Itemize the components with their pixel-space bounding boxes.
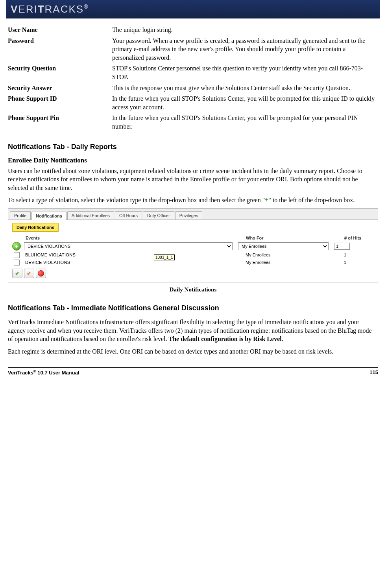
list-row: DEVICE VIOLATIONS My Enrollees 1 1003_1_… bbox=[12, 260, 374, 265]
def-term: Security Answer bbox=[8, 84, 112, 92]
def-row: User Name The unique login string. bbox=[8, 26, 378, 34]
footer-page-number: 115 bbox=[369, 369, 378, 376]
delete-icon bbox=[38, 270, 44, 276]
row-who: My Enrollees bbox=[246, 260, 344, 265]
check-all-button[interactable]: ✔ bbox=[12, 269, 22, 278]
def-row: Security Question STOP's Solutions Cente… bbox=[8, 64, 378, 81]
footer-left: VeriTracks® 10.7 User Manual bbox=[8, 369, 79, 376]
def-desc: Your password. When a new profile is cre… bbox=[112, 37, 378, 62]
tab-row: Profile Notifications Additional Enrolle… bbox=[8, 209, 378, 219]
def-row: Password Your password. When a new profi… bbox=[8, 37, 378, 62]
definitions-table: User Name The unique login string. Passw… bbox=[8, 26, 378, 131]
checkbox[interactable] bbox=[14, 260, 20, 265]
row-event: DEVICE VIOLATIONS bbox=[25, 260, 246, 265]
plus-symbol: + bbox=[265, 197, 268, 203]
def-desc: In the future when you call STOP's Solut… bbox=[112, 94, 378, 111]
add-row: + DEVICE VIOLATIONS My Enrollees bbox=[12, 242, 374, 251]
col-who: Who For bbox=[246, 236, 344, 240]
def-term: User Name bbox=[8, 26, 112, 34]
text-bold: The default configuration is by Risk Lev… bbox=[169, 335, 282, 342]
tab-privileges[interactable]: Privileges bbox=[175, 211, 203, 219]
def-term: Security Question bbox=[8, 64, 112, 81]
def-term: Password bbox=[8, 37, 112, 62]
text: To select a type of violation, select th… bbox=[8, 197, 265, 203]
subheading-enrollee-daily: Enrollee Daily Notifications bbox=[8, 157, 378, 164]
figure-caption: Daily Notifications bbox=[8, 286, 378, 293]
def-row: Phone Support Pin In the future when you… bbox=[8, 114, 378, 131]
delete-button[interactable] bbox=[36, 269, 46, 278]
text: " to the left of the drop-down box. bbox=[268, 197, 355, 203]
tab-off-hours[interactable]: Off Hours bbox=[115, 211, 142, 219]
def-desc: The unique login string. bbox=[112, 26, 378, 34]
col-events: Events bbox=[26, 236, 246, 240]
hits-input[interactable] bbox=[334, 243, 350, 250]
paragraph: Users can be notified about zone violati… bbox=[8, 167, 378, 192]
def-term: Phone Support Pin bbox=[8, 114, 112, 131]
def-term: Phone Support ID bbox=[8, 94, 112, 111]
tab-duty-officer[interactable]: Duty Officer bbox=[143, 211, 174, 219]
check-icon: ✔ bbox=[27, 270, 31, 276]
page-header: VERITRACKS® bbox=[6, 0, 380, 18]
logo: VERITRACKS® bbox=[11, 3, 89, 15]
row-who: My Enrollees bbox=[246, 253, 344, 257]
row-event: BLUHOME VIOLATIONS bbox=[25, 253, 246, 257]
who-for-dropdown[interactable]: My Enrollees bbox=[238, 242, 329, 250]
uncheck-all-button[interactable]: ✔ bbox=[24, 269, 34, 278]
def-row: Phone Support ID In the future when you … bbox=[8, 94, 378, 111]
add-icon[interactable]: + bbox=[12, 242, 21, 251]
text: . bbox=[282, 335, 283, 342]
notifications-screenshot: Profile Notifications Additional Enrolle… bbox=[8, 208, 378, 282]
list-row: BLUHOME VIOLATIONS My Enrollees 1 bbox=[12, 252, 374, 258]
checkbox[interactable] bbox=[14, 252, 20, 258]
row-hits: 1 bbox=[344, 253, 346, 257]
events-dropdown[interactable]: DEVICE VIOLATIONS bbox=[24, 242, 233, 250]
def-desc: This is the response you must give when … bbox=[112, 84, 378, 92]
tooltip: 1003_1_1 bbox=[154, 254, 175, 260]
check-icon: ✔ bbox=[15, 270, 20, 276]
section-heading-daily-reports: Notifications Tab - Daily Reports bbox=[8, 143, 378, 151]
def-desc: STOP's Solutions Center personnel use th… bbox=[112, 64, 378, 81]
action-buttons: ✔ ✔ bbox=[12, 269, 374, 278]
section-heading-immediate: Notifications Tab - Immediate Notificati… bbox=[8, 304, 378, 312]
paragraph: To select a type of violation, select th… bbox=[8, 196, 378, 205]
daily-notifications-subtab[interactable]: Daily Notifications bbox=[12, 223, 59, 232]
paragraph: VeriTracks Immediate Notifications infra… bbox=[8, 318, 378, 343]
row-hits: 1 bbox=[344, 260, 346, 265]
col-hits: # of Hits bbox=[344, 236, 361, 240]
def-desc: In the future when you call STOP's Solut… bbox=[112, 114, 378, 131]
def-row: Security Answer This is the response you… bbox=[8, 84, 378, 92]
column-headers: Events Who For # of Hits bbox=[26, 236, 374, 240]
tab-notifications[interactable]: Notifications bbox=[31, 212, 66, 220]
paragraph: Each regime is determined at the ORI lev… bbox=[8, 347, 378, 356]
page-footer: VeriTracks® 10.7 User Manual 115 bbox=[8, 367, 378, 376]
tab-additional-enrollees[interactable]: Additional Enrollees bbox=[67, 211, 114, 219]
tab-profile[interactable]: Profile bbox=[10, 211, 31, 219]
